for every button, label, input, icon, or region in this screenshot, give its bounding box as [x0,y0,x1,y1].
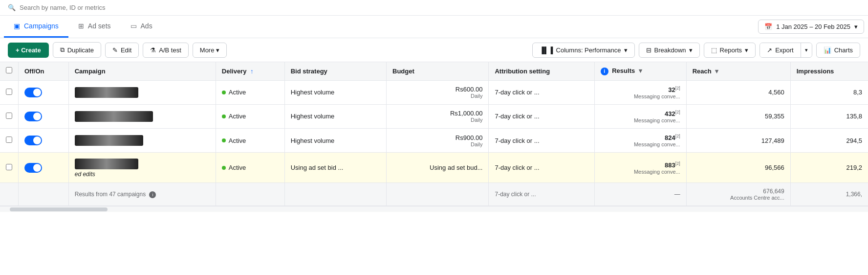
charts-button[interactable]: 📊 Charts [816,43,860,58]
bid-strategy-cell: Highest volume [284,80,386,104]
summary-budget [387,183,489,206]
budget-cell: Rs900.00 Daily [387,129,489,153]
results-value: 432[2] [601,110,680,117]
toolbar: + Create ⧉ Duplicate ✎ Edit ⚗ A/B test M… [0,38,868,62]
campaigns-table: Off/On Campaign Delivery ↑ Bid strategy … [0,62,868,206]
reach-cell: 96,566 [686,153,790,183]
results-subtext: Messaging conve... [601,141,680,147]
search-bar: 🔍 [0,0,868,16]
row-checkbox[interactable] [6,89,12,95]
table-row: Active Highest volume Rs1,000.00 Daily 7… [0,104,868,128]
bid-strategy-cell: Using ad set bid ... [284,153,386,183]
results-cell: 32[2] Messaging conve... [594,80,686,104]
budget-header[interactable]: Budget [387,62,489,80]
impressions-cell: 8,3 [790,80,868,104]
edits-badge: ed edits [75,171,95,178]
table-row: Active Highest volume Rs900.00 Daily 7-d… [0,129,868,153]
tab-ad-sets[interactable]: ⊞ Ad sets [68,16,121,38]
search-input[interactable] [20,4,166,11]
campaign-toggle[interactable] [24,88,42,97]
campaign-name-cell [68,80,216,104]
ab-test-icon: ⚗ [150,46,156,54]
campaign-name-bar [75,111,153,122]
date-range-picker[interactable]: 📅 1 Jan 2025 – 20 Feb 2025 ▾ [758,20,864,34]
summary-text: Results from 47 campaigns [75,191,146,198]
results-subtext: Messaging conve... [601,93,680,99]
breakdown-icon: ⊟ [646,46,651,54]
tab-campaigns[interactable]: ▣ Campaigns [4,16,68,38]
summary-impressions: 1,366, [790,183,868,206]
delivery-cell: Active [216,104,284,128]
info-icon[interactable]: i [601,68,608,75]
toggle-cell [19,80,69,104]
impressions-header[interactable]: Impressions [790,62,868,80]
delivery-header[interactable]: Delivery ↑ [216,62,284,80]
results-header[interactable]: i Results ▾ [594,62,686,80]
budget-amount: Rs1,000.00 [392,110,482,117]
budget-amount: Using ad set bud... [392,164,482,171]
more-button[interactable]: More ▾ [193,43,227,58]
ab-test-button[interactable]: ⚗ A/B test [143,43,189,58]
off-on-header: Off/On [19,62,69,80]
budget-amount: Rs900.00 [392,134,482,141]
row-checkbox[interactable] [6,137,12,143]
row-checkbox[interactable] [6,113,12,119]
summary-reach-sub: Accounts Centre acc... [693,195,784,201]
budget-cell: Rs1,000.00 Daily [387,104,489,128]
select-all-checkbox[interactable] [6,67,12,73]
reports-button[interactable]: ⬚ Reports ▾ [704,43,756,58]
campaign-toggle[interactable] [24,163,42,173]
bid-strategy-header[interactable]: Bid strategy [284,62,386,80]
export-dropdown-button[interactable]: ▾ [801,43,812,57]
campaign-name-cell: ed edits [68,153,216,183]
campaign-name-cell [68,129,216,153]
scrollbar-thumb[interactable] [10,207,108,211]
budget-period: Daily [392,117,482,123]
edit-button[interactable]: ✎ Edit [105,43,139,58]
row-checkbox-cell [0,129,19,153]
campaign-toggle[interactable] [24,112,42,121]
delivery-status: Active [229,89,246,96]
chevron-down-icon: ▾ [216,46,219,54]
row-checkbox[interactable] [6,164,12,170]
toggle-cell [19,153,69,183]
reach-header[interactable]: Reach ▾ [686,62,790,80]
delivery-cell: Active [216,153,284,183]
columns-button[interactable]: ▐▌▐ Columns: Performance ▾ [532,43,635,58]
status-active-dot [222,91,226,94]
tab-navigation: ▣ Campaigns ⊞ Ad sets ▭ Ads 📅 1 Jan 2025… [0,16,868,38]
breakdown-button[interactable]: ⊟ Breakdown ▾ [639,43,700,58]
budget-period: Daily [392,93,482,99]
attribution-header[interactable]: Attribution setting [489,62,594,80]
summary-toggle [19,183,69,206]
status-active-dot [222,115,226,118]
export-icon: ↗ [767,46,772,54]
attribution-cell: 7-day click or ... [489,104,594,128]
results-cell: 432[2] Messaging conve... [594,104,686,128]
export-button[interactable]: ↗ Export [760,43,801,57]
budget-amount: Rs600.00 [392,86,482,93]
chevron-down-icon: ▾ [689,46,693,54]
campaign-header[interactable]: Campaign [68,62,216,80]
bid-strategy-cell: Highest volume [284,104,386,128]
reach-sort-icon: ▾ [715,68,718,75]
charts-icon: 📊 [824,46,831,54]
summary-reach: 676,649 Accounts Centre acc... [686,183,790,206]
results-value: 32[2] [601,86,680,93]
summary-label: Results from 47 campaigns i [68,183,216,206]
reports-icon: ⬚ [711,46,717,54]
tab-ads[interactable]: ▭ Ads [121,16,162,38]
select-all-header [0,62,19,80]
summary-row: Results from 47 campaigns i 7-day click … [0,183,868,206]
budget-period: Daily [392,141,482,147]
summary-info-icon[interactable]: i [149,191,156,198]
budget-cell: Using ad set bud... [387,153,489,183]
horizontal-scrollbar[interactable] [0,206,868,212]
impressions-cell: 219,2 [790,153,868,183]
budget-cell: Rs600.00 Daily [387,80,489,104]
duplicate-button[interactable]: ⧉ Duplicate [53,42,101,58]
results-subtext: Messaging conve... [601,169,680,175]
create-button[interactable]: + Create [8,43,49,58]
campaign-toggle[interactable] [24,136,42,145]
row-checkbox-cell [0,104,19,128]
